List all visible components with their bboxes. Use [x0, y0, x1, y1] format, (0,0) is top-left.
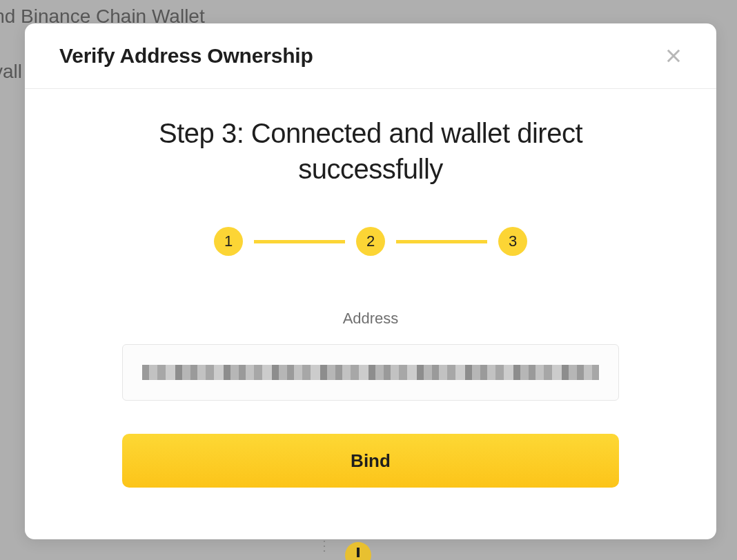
modal-title: Verify Address Ownership	[59, 44, 313, 68]
step-heading: Step 3: Connected and wallet direct succ…	[121, 115, 620, 187]
step-connector-2	[396, 240, 487, 243]
address-value-obscured	[142, 365, 599, 380]
modal-body: Step 3: Connected and wallet direct succ…	[25, 89, 716, 539]
vertical-dots-icon: ⋮	[317, 537, 331, 554]
progress-stepper: 1 2 3	[121, 227, 620, 256]
modal-header: Verify Address Ownership	[25, 23, 716, 89]
step-connector-1	[254, 240, 345, 243]
verify-address-modal: Verify Address Ownership Step 3: Connect…	[25, 23, 716, 539]
bottom-decoration: ⋮	[317, 532, 371, 559]
close-button[interactable]	[662, 45, 685, 67]
partial-step-glyph	[357, 548, 360, 557]
step-1-indicator: 1	[214, 227, 243, 256]
partial-step-circle	[345, 542, 371, 560]
address-label: Address	[121, 310, 620, 328]
address-display-box	[122, 344, 619, 401]
bind-button[interactable]: Bind	[122, 434, 619, 488]
step-2-indicator: 2	[356, 227, 385, 256]
step-3-indicator: 3	[498, 227, 527, 256]
close-icon	[664, 46, 683, 66]
